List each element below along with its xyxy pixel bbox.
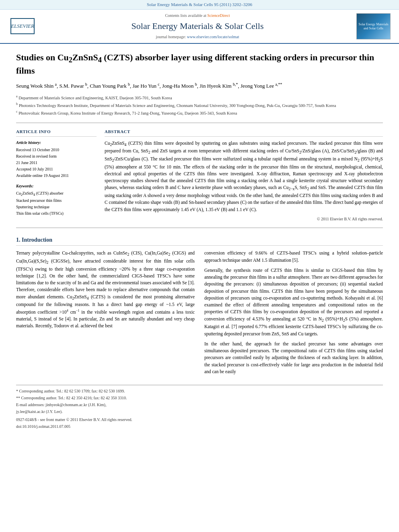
- received-revised-date: 21 June 2011: [16, 160, 97, 166]
- footnote-emails: E-mail addresses: jinhyeok@chonnam.ac.kr…: [16, 402, 383, 408]
- abstract-text: Cu2ZnSnS4 (CZTS) thin films were deposit…: [105, 140, 383, 213]
- available-date: Available online 19 August 2011: [16, 173, 97, 179]
- introduction-section: 1. Introduction Ternary polycrystalline …: [16, 236, 383, 378]
- copyright-line: © 2011 Elsevier B.V. All rights reserved…: [105, 216, 383, 222]
- journal-homepage-link[interactable]: www.elsevier.com/locate/solmat: [187, 35, 239, 39]
- intro-body: Ternary polycrystalline Cu-chalcopyrites…: [16, 250, 383, 378]
- doi-line: doi:10.1016/j.solmat.2011.07.005: [16, 424, 383, 429]
- paper-body: Studies on Cu2ZnSnS4 (CZTS) absorber lay…: [0, 44, 399, 439]
- journal-header-center: Contents lists available at ScienceDirec…: [43, 13, 352, 40]
- received-date: Received 13 October 2010: [16, 147, 97, 153]
- journal-cover-area: Solar Energy Materials and Solar Cells: [356, 13, 393, 39]
- affiliation-a: a Department of Materials Science and En…: [16, 94, 383, 101]
- accepted-date: Accepted 10 July 2011: [16, 166, 97, 172]
- elsevier-logo-area: ELSEVIER: [6, 18, 39, 35]
- affiliation-c: c Photovoltaic Research Group, Korea Ins…: [16, 109, 383, 116]
- footnote-2: ** Corresponding author. Tel.: 82 42 350…: [16, 395, 383, 401]
- divider-2: [16, 228, 383, 228]
- journal-homepage: journal homepage: www.elsevier.com/locat…: [43, 34, 352, 40]
- affiliations: a Department of Materials Science and En…: [16, 94, 383, 117]
- journal-header: ELSEVIER Contents lists available at Sci…: [0, 10, 399, 44]
- keyword-4: Thin film solar cells (TFSCs): [16, 211, 97, 216]
- elsevier-logo: ELSEVIER: [10, 18, 35, 35]
- footnote-1: * Corresponding author. Tel.: 82 62 530 …: [16, 388, 383, 394]
- keywords-label: Keywords:: [16, 183, 97, 189]
- footnote-email-2: jy.lee@kaist.ac.kr (J.Y. Lee).: [16, 409, 383, 415]
- keywords-list: Cu2ZnSnS4 (CZTS) absorber Stacked precur…: [16, 191, 97, 217]
- footnote-section: * Corresponding author. Tel.: 82 62 530 …: [16, 385, 383, 429]
- abstract-heading: ABSTRACT: [105, 129, 383, 136]
- article-history-label: Article history:: [16, 140, 97, 146]
- journal-title: Solar Energy Materials & Solar Cells: [43, 20, 352, 33]
- intro-heading: 1. Introduction: [16, 236, 383, 246]
- received-revised-label: Received in revised form: [16, 154, 97, 159]
- elsevier-logo-box: ELSEVIER: [10, 18, 35, 34]
- affiliation-b: b Photonics Technology Research Institut…: [16, 102, 383, 109]
- article-info-col: ARTICLE INFO Article history: Received 1…: [16, 129, 97, 222]
- intro-col-right: conversion efficiency of 9.66% of CZTS-b…: [204, 250, 383, 378]
- info-abstract-section: ARTICLE INFO Article history: Received 1…: [16, 129, 383, 222]
- top-bar: Solar Energy Materials & Solar Cells 95 …: [0, 0, 399, 10]
- keyword-1: Cu2ZnSnS4 (CZTS) absorber: [16, 191, 97, 197]
- paper-title: Studies on Cu2ZnSnS4 (CZTS) absorber lay…: [16, 52, 383, 77]
- abstract-col: ABSTRACT Cu2ZnSnS4 (CZTS) thin films wer…: [105, 129, 383, 222]
- authors: Seung Wook Shin a, S.M. Pawar b, Chan Yo…: [16, 82, 383, 90]
- journal-cover-image: Solar Energy Materials and Solar Cells: [356, 13, 391, 39]
- divider-1: [16, 123, 383, 123]
- keyword-2: Stacked precursor thin films: [16, 198, 97, 203]
- intro-col-left: Ternary polycrystalline Cu-chalcopyrites…: [16, 250, 195, 378]
- keyword-3: Sputtering technique: [16, 204, 97, 210]
- issn-line: 0927-0248/$ - see front matter © 2011 El…: [16, 417, 383, 423]
- journal-citation: Solar Energy Materials & Solar Cells 95 …: [147, 2, 252, 7]
- sciencedirect-link[interactable]: ScienceDirect: [207, 13, 230, 18]
- contents-line: Contents lists available at ScienceDirec…: [43, 13, 352, 18]
- article-info-heading: ARTICLE INFO: [16, 129, 97, 136]
